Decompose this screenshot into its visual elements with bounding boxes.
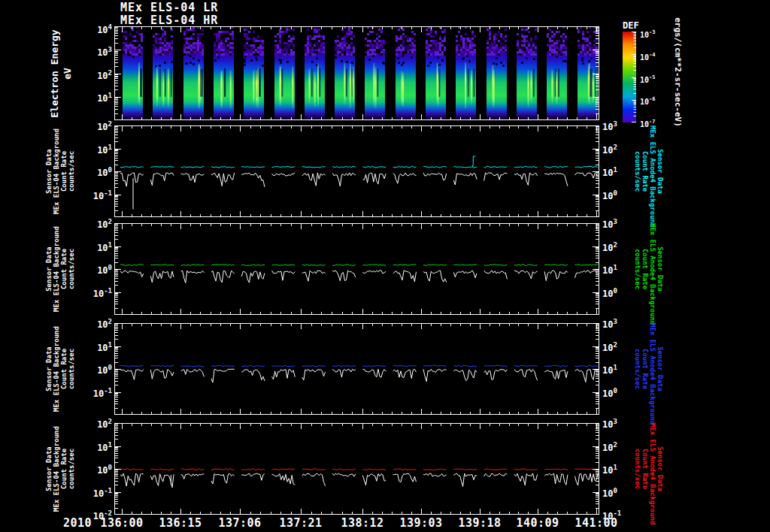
y-tick-label: 101 [97,341,112,352]
colorbar-title: DEF [623,20,639,31]
colorbar-unit-text: ergs/(cm**2-sr-sec-eV) [673,2,683,143]
y-tick-label: 10-1 [93,189,112,200]
x-tick-label: 137:06 [218,516,261,530]
x-tick-label: 139:18 [458,516,501,530]
y-tick-label: 102 [97,318,112,328]
x-tick-label: 136:00 [100,516,143,530]
y-tick-label: 102 [602,144,617,154]
y-tick-label: 100 [97,264,112,274]
x-tick-label: 136:15 [159,516,202,530]
anode-background-right-label: Sensor DataMEx ELS Anode4 BackgroundCoun… [634,423,664,515]
y-tick-label: 102 [97,69,112,80]
spectrogram-y-axis-label: Electron Energy eV [44,26,78,120]
y-tick-label: 103 [602,318,617,328]
anode-background-right-label: Sensor DataMEx ELS Anode4 BackgroundCoun… [634,125,664,217]
y-tick-label: 100 [97,364,112,374]
x-tick-label: 141:00 [574,516,617,530]
plot-window: MEx ELS-04 LR MEx ELS-04 HR Electron Ene… [0,0,770,532]
y-tick-label: 101 [602,364,617,374]
plot-title-hr: MEx ELS-04 HR [120,14,218,27]
colorbar-tick-label: 10-7 [640,119,655,128]
y-tick-label: 10-1 [93,387,112,397]
x-tick-label: 140:09 [516,516,559,530]
x-tick-label: 138:12 [341,516,383,530]
y-tick-label: 101 [97,144,112,154]
count-rate-panel-2-canvas [114,223,599,315]
x-tick-label: 137:21 [279,516,322,530]
count-rate-left-axis-label: Sensor DataMEx ELS-04 BackgroundCount Ra… [42,423,78,515]
spectrogram-canvas [114,26,599,120]
y-tick-label: 102 [97,218,112,228]
spectrogram-ylabel-line2: eV [61,26,74,120]
y-tick-label: 10-1 [93,287,112,298]
y-tick-label: 103 [602,120,617,131]
y-tick-label: 102 [602,341,617,352]
y-tick-label: 102 [97,418,112,428]
count-rate-left-axis-label: Sensor DataMEx ELS-04 BackgroundCount Ra… [42,125,78,217]
y-tick-label: 102 [602,441,617,452]
y-tick-label: 101 [97,92,112,102]
colorbar [623,32,636,122]
colorbar-tick-label: 10-4 [640,52,655,60]
count-rate-panel-1-canvas [114,125,599,217]
y-tick-label: 101 [97,241,112,252]
x-tick-label: 139:03 [399,516,442,530]
colorbar-unit-label: ergs/(cm**2-sr-sec-eV) [668,2,687,143]
y-tick-label: 104 [97,23,112,34]
y-tick-label: 100 [602,387,617,397]
y-tick-label: 100 [97,464,112,474]
y-tick-label: 100 [602,487,617,497]
count-rate-panel-4-canvas [114,423,599,515]
anode-background-right-label: Sensor DataMEx ELS Anode4 BackgroundCoun… [634,223,664,315]
count-rate-left-axis-label: Sensor DataMEx ELS-04 BackgroundCount Ra… [42,323,78,415]
y-tick-label: 101 [602,464,617,474]
y-tick-label: 101 [602,166,617,177]
colorbar-tick-label: 10-6 [640,97,655,105]
colorbar-tick-label: 10-5 [640,74,655,83]
count-rate-left-axis-label: Sensor DataMEx ELS-04 BackgroundCount Ra… [42,223,78,315]
y-tick-label: 100 [602,287,617,298]
y-tick-label: 10-1 [93,487,112,497]
y-tick-label: 103 [97,46,112,56]
y-tick-label: 100 [97,166,112,177]
y-tick-label: 101 [97,441,112,452]
y-tick-label: 100 [602,189,617,200]
spectrogram-ylabel-line1: Electron Energy [48,26,61,120]
count-rate-panel-3-canvas [114,323,599,415]
anode-background-right-label: Sensor DataMEx ELS Anode4 BackgroundCoun… [634,323,664,415]
y-tick-label: 102 [602,241,617,252]
y-tick-label: 102 [97,120,112,131]
y-tick-label: 101 [602,264,617,274]
plot-title-lr: MEx ELS-04 LR [120,1,218,14]
colorbar-tick-label: 10-3 [640,29,655,38]
y-tick-label: 103 [602,218,617,228]
y-tick-label: 103 [602,418,617,428]
year-label: 2010 [63,516,92,530]
